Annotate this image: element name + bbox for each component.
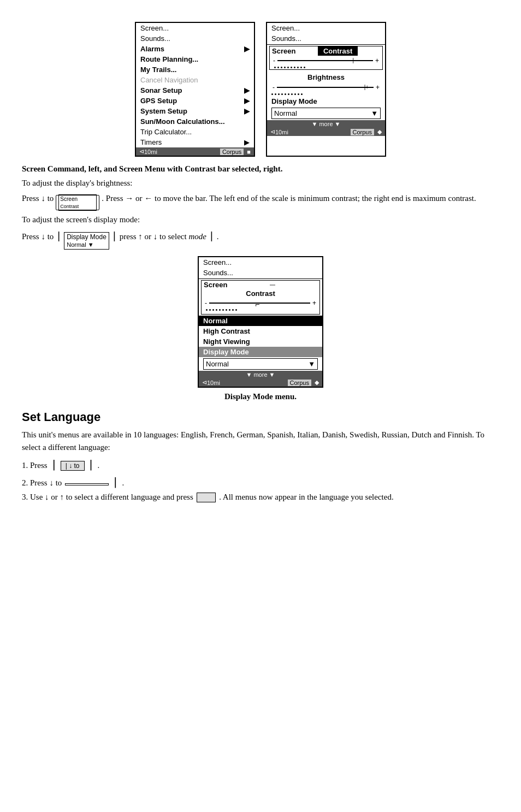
brightness-min-label: - xyxy=(273,84,275,91)
display-mode-value: Normal xyxy=(274,109,297,117)
dropdown-item-night-viewing[interactable]: Night Viewing xyxy=(199,336,322,347)
menu-item-my-trails[interactable]: My Trails... xyxy=(136,64,254,75)
arrow-right-icon: ▶ xyxy=(244,45,250,53)
menu-item-timers[interactable]: Timers ▶ xyxy=(136,137,254,147)
brightness-slider-row: - |+ + xyxy=(267,82,385,92)
center-footer-distance: 10mi xyxy=(207,380,220,386)
step-1-button[interactable]: | ↓ to xyxy=(61,461,85,471)
screenshots-row: Screen... Sounds... Alarms ▶ Route Plann… xyxy=(22,22,499,157)
step-2-inline-screen[interactable] xyxy=(65,483,109,485)
right-display-mode-label: Display Mode xyxy=(267,96,385,106)
center-display-mode-select[interactable]: Normal ▼ xyxy=(203,358,318,370)
menu-item-alarms[interactable]: Alarms ▶ xyxy=(136,44,254,54)
dropdown-item-normal[interactable]: Normal xyxy=(199,316,322,326)
center-contrast-section: Screen Contrast - ⌐ + xyxy=(201,280,320,315)
step-2-label: 2. Press ↓ to xyxy=(22,478,62,488)
press-down-label2: Press ↓ to xyxy=(22,232,54,241)
arrow-right-icon: ▶ xyxy=(244,86,250,94)
right-footer-location: Corpus xyxy=(351,129,374,135)
right-menu-screen[interactable]: Screen... xyxy=(267,23,385,33)
center-screenshot-container: Screen... Sounds... Screen Contrast - ⌐ … xyxy=(22,256,499,388)
step-2-pipe: | xyxy=(112,475,119,488)
right-more-row: ▼ more ▼ xyxy=(267,120,385,128)
center-caption: Display Mode menu. xyxy=(22,392,499,401)
contrast-slider[interactable]: | xyxy=(277,60,373,61)
or-text: or xyxy=(51,493,58,501)
left-footer-signal: ■ xyxy=(247,149,251,155)
center-dropdown-arrow-icon: ▼ xyxy=(308,360,315,368)
menu-item-screen[interactable]: Screen... xyxy=(136,23,254,33)
menu-item-sonar-setup[interactable]: Sonar Setup ▶ xyxy=(136,85,254,96)
right-footer-distance: 10mi xyxy=(275,129,288,135)
center-compass-icon: ⊲ xyxy=(202,379,207,386)
contrast-title-badge: Contrast xyxy=(318,46,358,56)
left-footer-location: Corpus xyxy=(220,149,244,155)
press-direction-text: . Press → or ← to move the bar. The left… xyxy=(102,194,476,203)
left-compass-icon: ⊲ xyxy=(139,148,144,155)
center-display-mode-label: Display Mode xyxy=(199,347,322,357)
press-up-down-text: press ↑ or ↓ to select mode xyxy=(120,232,206,241)
center-contrast-max: + xyxy=(312,299,316,307)
pipe-char-3: | xyxy=(209,230,215,241)
menu-item-route-planning[interactable]: Route Planning... xyxy=(136,54,254,64)
menu-item-system-setup[interactable]: System Setup ▶ xyxy=(136,106,254,116)
press-row-1: Press ↓ to Screen Contrast . Press → or … xyxy=(22,194,499,210)
step-3-row: 3. Use ↓ or ↑ to select a different lang… xyxy=(22,493,499,502)
contrast-dots xyxy=(270,67,382,68)
arrow-right-icon: ▶ xyxy=(244,138,250,146)
menu-item-trip-calc[interactable]: Trip Calculator... xyxy=(136,127,254,137)
contrast-min-label: - xyxy=(273,57,275,64)
set-language-body: This unit's menus are available in 10 la… xyxy=(22,429,499,453)
right-screen: Screen... Sounds... Screen Contrast - | … xyxy=(266,22,386,157)
right-screen-footer: ⊲ 10mi Corpus ◆ xyxy=(267,128,385,136)
brightness-handle-icon: |+ xyxy=(364,84,369,90)
pipe-char-2: | xyxy=(111,230,117,241)
press-row-2: Press ↓ to | Display Mode Normal ▼ | pre… xyxy=(22,230,499,250)
menu-item-sunmoon[interactable]: Sun/Moon Calculations... xyxy=(136,116,254,127)
brightness-dots xyxy=(267,93,385,95)
center-menu-screen[interactable]: Screen... xyxy=(199,257,322,268)
menu-item-gps-setup[interactable]: GPS Setup ▶ xyxy=(136,96,254,106)
center-slider[interactable]: ⌐ xyxy=(209,303,310,304)
step-1-label: 1. Press xyxy=(22,461,48,470)
left-screen: Screen... Sounds... Alarms ▶ Route Plann… xyxy=(135,22,255,157)
step-1-pipe2: | xyxy=(88,458,94,471)
brightness-max-label: + xyxy=(376,84,380,91)
center-menu-sounds[interactable]: Sounds... xyxy=(199,268,322,278)
menu-item-sounds[interactable]: Sounds... xyxy=(136,33,254,44)
set-language-title: Set Language xyxy=(22,410,499,424)
screen-section-label: Screen xyxy=(272,47,295,55)
step-1-period: . xyxy=(98,461,100,470)
dropdown-item-high-contrast[interactable]: High Contrast xyxy=(199,326,322,336)
center-screen-footer: ⊲ 10mi Corpus ◆ xyxy=(199,378,322,387)
body-text-display-mode: To adjust the screen's display mode: xyxy=(22,214,499,226)
right-display-mode-select[interactable]: Normal ▼ xyxy=(271,108,381,119)
screenshots-caption: Screen Command, left, and Screen Menu wi… xyxy=(22,163,499,175)
menu-item-cancel-nav: Cancel Navigation xyxy=(136,75,254,85)
screen-inline-icon: Screen Contrast xyxy=(58,194,97,211)
center-separator xyxy=(199,278,322,279)
arrow-right-icon: ▶ xyxy=(244,107,250,115)
step-2-row: 2. Press ↓ to | . xyxy=(22,475,499,488)
center-contrast-slider: - ⌐ + xyxy=(202,298,319,308)
display-mode-inline-box[interactable]: Display Mode Normal ▼ xyxy=(64,232,109,250)
right-footer-signal: ◆ xyxy=(377,128,382,135)
center-slider-handle: ⌐ xyxy=(255,300,259,309)
center-footer-location: Corpus xyxy=(288,380,311,386)
step-3-suffix: . All menus now appear in the language y… xyxy=(219,493,394,502)
screen-button-inline[interactable]: Screen Contrast xyxy=(56,195,99,210)
step-1-row: 1. Press | | ↓ to | . xyxy=(22,458,499,471)
center-screen: Screen... Sounds... Screen Contrast - ⌐ … xyxy=(198,256,323,388)
step-2-period: . xyxy=(122,478,124,488)
brightness-slider[interactable]: |+ xyxy=(277,87,374,88)
right-menu-sounds[interactable]: Sounds... xyxy=(267,33,385,44)
left-screen-footer: ⊲ 10mi Corpus ■ xyxy=(136,147,254,156)
center-contrast-min: - xyxy=(205,299,207,307)
center-screen-label: Screen xyxy=(204,281,227,289)
center-footer-signal: ◆ xyxy=(315,379,319,386)
dropdown-arrow-icon: ▼ xyxy=(371,109,378,117)
brightness-label: Brightness xyxy=(267,71,385,82)
step-3-button[interactable] xyxy=(197,493,216,502)
press-down-text: Press ↓ to xyxy=(22,194,54,203)
pipe-char-1: | xyxy=(56,230,62,241)
